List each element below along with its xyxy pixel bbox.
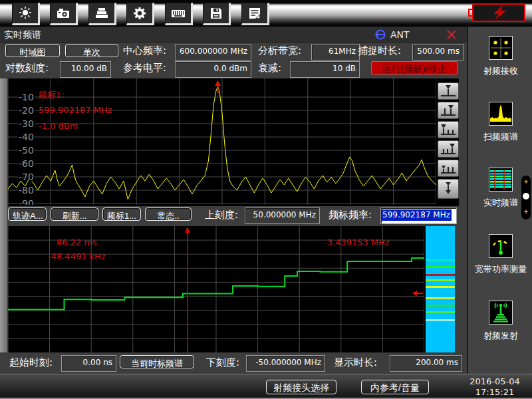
start-time-field[interactable]: 0.00 ns	[61, 355, 116, 372]
upper-scale-label: 上刻度:	[205, 209, 238, 221]
save-button[interactable]	[203, 3, 231, 25]
lower-scale-field[interactable]: -50.000000 MHz	[246, 355, 325, 372]
close-icon	[446, 29, 457, 40]
marker1-button[interactable]: 频标1...	[102, 207, 141, 221]
attenuation-field[interactable]: 10 dB	[290, 61, 360, 78]
brightness-button[interactable]	[12, 3, 40, 25]
statusbar: 射频接头选择 内参考/音量 2016-05-04 17:15:21	[0, 374, 532, 399]
side-slider[interactable]: + +	[521, 176, 531, 219]
antenna-port-label: ANT	[390, 29, 410, 40]
display-time-field[interactable]: 200.00 ms	[390, 355, 462, 372]
capture-time-field[interactable]: 500.00 ms	[412, 44, 464, 61]
next-peak-icon	[439, 103, 458, 118]
run-stop-button[interactable]: 运行(捕获)/停止	[371, 61, 458, 74]
settings-button[interactable]	[126, 3, 154, 25]
slider-plus-top[interactable]: +	[521, 179, 531, 185]
lower-scale-label: 下刻度:	[206, 356, 239, 369]
antenna-port-icon	[374, 29, 386, 41]
datetime-display: 2016-05-04 17:15:21	[460, 376, 529, 398]
min-search-button[interactable]	[438, 160, 459, 177]
slider-plus-bottom[interactable]: +	[521, 209, 531, 215]
report-button[interactable]	[241, 3, 269, 25]
marker-freq-label: 频标频率:	[329, 209, 372, 221]
save-icon	[208, 5, 224, 21]
realtime-spectrum-icon	[489, 168, 513, 192]
sidebar-item-rf-transmit[interactable]: 射频发射	[468, 301, 532, 342]
constellation-icon	[489, 36, 513, 60]
waterfall-marker-icon	[412, 290, 424, 297]
peak-left-button[interactable]	[438, 121, 459, 138]
antenna-selector[interactable]: ANT	[374, 29, 410, 41]
center-freq-field[interactable]: 600.000000 MHz	[175, 44, 251, 61]
keyboard-button[interactable]	[165, 3, 193, 25]
sidebar-item-label: 扫频频谱	[468, 131, 532, 143]
time-text: 17:15:21	[460, 387, 529, 398]
titlebar: 实时频谱 ANT	[0, 27, 467, 43]
marker-readout-level: -1.0 dBm	[39, 121, 78, 131]
center-freq-label: 中心频率:	[123, 45, 166, 57]
peak-right-button[interactable]	[438, 140, 459, 158]
toolbar	[0, 0, 532, 27]
time-domain-button[interactable]: 时域图	[5, 44, 60, 57]
display-time-label: 显示时长:	[334, 356, 377, 369]
camera-icon	[55, 5, 71, 21]
bandwidth-field[interactable]: 61MHz	[311, 44, 360, 61]
normal-mode-button[interactable]: 常态..	[145, 207, 192, 221]
next-peak-button[interactable]	[438, 102, 459, 119]
waterfall-stripe	[426, 266, 455, 268]
ref-level-label: 参考电平:	[123, 62, 166, 74]
spectrum-plot[interactable]: -10-20-30-40-50-60-70-80-90	[8, 78, 436, 207]
print-button[interactable]	[88, 3, 116, 25]
trace-a-button[interactable]: 轨迹A...	[8, 207, 47, 221]
svg-text:-50: -50	[19, 145, 34, 156]
attenuation-label: 衰减:	[258, 62, 281, 74]
sidebar-item-label: 射频接收	[468, 65, 532, 77]
sidebar-item-power-measure[interactable]: 宽带功率测量	[468, 234, 532, 275]
single-sweep-button[interactable]: 单次	[65, 44, 118, 57]
waterfall-stripe	[426, 297, 455, 299]
upper-scale-field[interactable]: 50.000000 MHz	[245, 207, 320, 224]
close-button[interactable]	[444, 29, 459, 41]
min-search-icon	[439, 161, 458, 176]
spectrum-chart-area: -10-20-30-40-50-60-70-80-90 频标1: 599.902…	[8, 78, 459, 206]
swept-spectrum-icon	[489, 102, 513, 126]
waterfall-stripe	[426, 311, 455, 313]
current-marker-spectrum-button[interactable]: 当前时标频谱	[120, 355, 194, 368]
sidebar-item-rf-receive[interactable]: 射频接收	[468, 36, 532, 77]
waterfall-stripe	[426, 305, 455, 307]
spectrum-analyzer-app: { "titlebar": { "title": "实时频谱", "ant_la…	[0, 0, 532, 399]
svg-text:-70: -70	[19, 172, 34, 182]
peak-left-icon	[439, 122, 458, 137]
marker-freq-field[interactable]: 599.902187 MHz	[380, 207, 457, 224]
ref-level-field[interactable]: 0.0 dBm	[175, 61, 251, 78]
rf-connector-button[interactable]: 射频接头选择	[266, 380, 336, 394]
document-icon	[247, 5, 263, 21]
panel-edge-strip	[0, 78, 7, 352]
brightness-icon	[17, 5, 33, 21]
svg-text:-40: -40	[19, 132, 34, 142]
log-scale-field[interactable]: 10.00 dB	[60, 61, 111, 78]
peak-right-icon	[439, 142, 458, 156]
marker-down-button[interactable]	[438, 179, 459, 199]
waterfall-display	[426, 226, 455, 352]
ref-volume-button[interactable]: 内参考/音量	[361, 380, 429, 394]
battery-charging-icon	[468, 3, 527, 23]
sidebar-item-swept-spectrum[interactable]: 扫频频谱	[468, 102, 532, 143]
peak-search-icon	[439, 84, 458, 98]
screenshot-button[interactable]	[50, 3, 78, 25]
page-title: 实时频谱	[4, 29, 41, 41]
marker-to-peak-button[interactable]	[438, 82, 459, 100]
marker-readout-title: 频标1:	[39, 89, 65, 101]
sidebar-item-label: 宽带功率测量	[468, 263, 532, 275]
log-scale-label: 对数刻度:	[5, 62, 49, 74]
battery-indicator	[468, 3, 527, 25]
svg-text:-20: -20	[19, 105, 34, 116]
marker-readout-freq: 599.902187 MHz	[39, 105, 112, 115]
refresh-button[interactable]: 刷新...	[51, 207, 98, 221]
marker-freq-selected-text: 599.902187 MHz	[381, 209, 452, 221]
time-frequency-chart-area: 86.22 ms -48.4491 kHz -3.439153 MHz	[8, 226, 455, 352]
waterfall-stripe	[426, 279, 455, 281]
slider-knob[interactable]	[523, 193, 529, 200]
power-meter-icon	[489, 234, 513, 258]
svg-text:-10: -10	[19, 92, 34, 102]
